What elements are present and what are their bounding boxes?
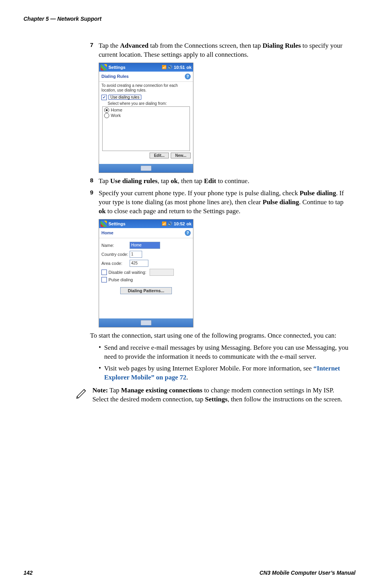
text-bold: ok: [99, 207, 106, 215]
screen-title: Home: [101, 230, 114, 235]
location-listbox[interactable]: Home Work: [102, 106, 190, 151]
help-icon[interactable]: ?: [185, 230, 191, 236]
text: Visit web pages by using Internet Explor…: [104, 365, 313, 372]
ok-button[interactable]: ok: [186, 221, 191, 226]
step-text: Specify your current phone type. If your…: [99, 189, 352, 216]
name-label: Name:: [101, 243, 130, 248]
note-block: Note: Tap Manage existing connections to…: [76, 386, 352, 404]
step-7: 7 Tap the Advanced tab from the Connecti…: [90, 41, 352, 59]
text-bold: Note:: [92, 387, 108, 394]
screenshot-home-settings: Settings 📶 🔊 10:52 ok Home ? Name: Home …: [99, 219, 193, 327]
keyboard-icon[interactable]: [141, 165, 152, 171]
pulse-dialing-label: Pulse dialing: [108, 277, 133, 282]
text: tab from the Connections screen, then ta…: [148, 42, 262, 49]
disable-call-waiting-label: Disable call waiting:: [108, 270, 146, 275]
title-bar: Dialing Rules ?: [99, 72, 193, 82]
footer-title: CN3 Mobile Computer User’s Manual: [260, 570, 356, 576]
text: to continue.: [216, 177, 249, 185]
screen-title: Dialing Rules: [101, 74, 129, 79]
title-bar: Home ?: [99, 228, 193, 238]
start-icon: [101, 64, 107, 70]
text-bold: Pulse dialing: [300, 189, 336, 197]
step-number: 8: [90, 177, 99, 186]
soft-bar: Edit: [99, 318, 193, 327]
new-button[interactable]: New...: [171, 153, 191, 158]
step-9: 9 Specify your current phone type. If yo…: [90, 189, 352, 216]
signal-icon: 📶 🔊: [162, 221, 172, 226]
area-code-field[interactable]: 425: [130, 260, 148, 267]
edit-button[interactable]: Edit...: [150, 153, 169, 158]
bullet-item: • Visit web pages by using Internet Expl…: [99, 364, 352, 382]
footer: 142 CN3 Mobile Computer User’s Manual: [23, 570, 356, 576]
text: Tap the: [99, 42, 120, 49]
bullet-text: Send and receive e-mail messages by usin…: [104, 343, 352, 361]
text-bold: Pulse dialing: [263, 198, 299, 206]
country-code-field[interactable]: 1: [130, 251, 142, 258]
radio-work[interactable]: [104, 113, 109, 118]
signal-icon: 📶 🔊: [162, 65, 172, 69]
start-icon: [101, 221, 107, 227]
ok-button[interactable]: ok: [186, 65, 191, 70]
running-head: Chapter 5 — Network Support: [23, 16, 356, 22]
step-number: 9: [90, 189, 99, 216]
step-text: Tap the Advanced tab from the Connection…: [99, 41, 352, 59]
text: to close each page and return to the Set…: [106, 207, 240, 215]
note-icon: [76, 386, 88, 404]
bullet-dot: •: [99, 343, 104, 361]
text-bold: Dialing Rules: [263, 42, 301, 49]
text: Specify your current phone type. If your…: [99, 189, 300, 197]
screenshot-dialing-rules: Settings 📶 🔊 10:51 ok Dialing Rules ? To…: [99, 63, 193, 173]
step-8: 8 Tap Use dialing rules, tap ok, then ta…: [90, 177, 352, 186]
bullet-dot: •: [99, 364, 104, 382]
text-bold: Manage existing connections: [121, 387, 202, 394]
select-from-label: Select where you are dialing from:: [108, 101, 191, 106]
text: , tap: [157, 177, 171, 185]
dialing-patterns-button[interactable]: Dialing Patterns...: [120, 287, 172, 294]
page-number: 142: [23, 570, 32, 576]
radio-home[interactable]: [104, 108, 109, 113]
status-title: Settings: [108, 221, 125, 226]
text: , then tap: [178, 177, 204, 185]
country-code-label: Country code:: [101, 252, 130, 257]
status-bar: Settings 📶 🔊 10:52 ok: [99, 219, 193, 228]
soft-bar: [99, 164, 193, 173]
bullet-text: Visit web pages by using Internet Explor…: [104, 364, 352, 382]
text-bold: ok: [171, 177, 178, 185]
option-home: Home: [111, 108, 122, 112]
status-bar: Settings 📶 🔊 10:51 ok: [99, 63, 193, 72]
status-time: 10:51: [174, 65, 185, 70]
soft-edit[interactable]: Edit: [23, 320, 32, 325]
text: Tap: [108, 387, 121, 394]
status-time: 10:52: [174, 221, 185, 226]
text-bold: Edit: [204, 177, 216, 185]
bullet-item: • Send and receive e-mail messages by us…: [99, 343, 352, 361]
help-icon[interactable]: ?: [185, 74, 191, 79]
text: , then follow the instructions on the sc…: [227, 396, 342, 403]
step-number: 7: [90, 41, 99, 59]
note-text: Note: Tap Manage existing connections to…: [92, 386, 352, 404]
pulse-dialing-checkbox[interactable]: [101, 277, 107, 282]
area-code-label: Area code:: [101, 261, 130, 266]
use-dialing-rules-label: Use dialing rules: [108, 95, 141, 100]
disable-call-waiting-checkbox[interactable]: [101, 270, 107, 275]
status-title: Settings: [108, 65, 125, 70]
text: . Continue to tap: [299, 198, 343, 206]
option-work: Work: [111, 113, 121, 118]
text: Tap: [99, 177, 110, 185]
step-text: Tap Use dialing rules, tap ok, then tap …: [99, 177, 249, 186]
call-waiting-dropdown[interactable]: [150, 269, 174, 276]
use-dialing-rules-checkbox[interactable]: [101, 95, 107, 100]
text-bold: Advanced: [120, 42, 149, 49]
text-bold: Settings: [205, 396, 228, 403]
text-bold: Use dialing rules: [110, 177, 158, 185]
info-text: To avoid creating a new connection for e…: [101, 83, 191, 93]
keyboard-icon[interactable]: [141, 320, 152, 325]
text: .: [186, 374, 188, 381]
name-field[interactable]: Home: [130, 242, 160, 249]
paragraph: To start the connection, start using one…: [90, 331, 352, 340]
